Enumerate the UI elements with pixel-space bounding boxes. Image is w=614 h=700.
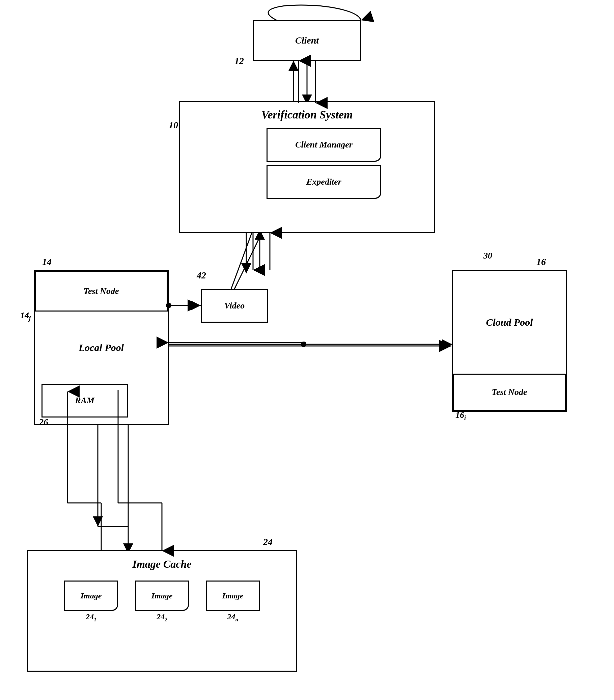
image-cache-ref: 24 [263, 537, 272, 548]
local-pool-group-ref-14: 14 [42, 257, 52, 267]
local-pool-area: Local Pool [35, 312, 168, 384]
imagen-group: Image 24n [206, 580, 260, 623]
image2-box: Image [135, 580, 189, 611]
svg-point-15 [301, 341, 306, 347]
image-cache-box: Image Cache Image 241 Image 242 Image [27, 550, 297, 672]
svg-line-12 [229, 229, 253, 293]
local-pool-label: Local Pool [79, 342, 124, 353]
ram-box: RAM [41, 384, 128, 417]
images-row: Image 241 Image 242 Image 24n [64, 580, 260, 623]
svg-point-33 [301, 341, 306, 347]
image1-ref: 241 [86, 612, 97, 623]
test-node-cloud-label: Test Node [491, 387, 527, 397]
svg-line-30 [234, 234, 261, 289]
image-cache-label: Image Cache [132, 558, 191, 571]
image1-label: Image [81, 591, 102, 600]
diagram: Client 12 Verification System Client Man… [0, 0, 614, 700]
cloud-pool-label: Cloud Pool [486, 316, 533, 328]
image2-group: Image 242 [135, 580, 189, 623]
cloud-pool-ref-16i: 16i [456, 410, 466, 422]
client-label: Client [295, 35, 319, 46]
client-manager-ref: 30 [484, 251, 492, 261]
cloud-pool-area: Cloud Pool [453, 271, 566, 374]
video-box: Video [201, 289, 268, 323]
ram-label: RAM [75, 396, 94, 406]
expediter-label: Expediter [306, 177, 342, 187]
image2-ref: 242 [156, 612, 167, 623]
client-box: Client [253, 20, 361, 61]
image1-box: Image [64, 580, 118, 611]
local-pool-group-ref-14j: 14j [20, 311, 31, 322]
imagen-ref: 24n [227, 612, 239, 623]
local-pool-group-box: Test Node Local Pool RAM [34, 270, 169, 425]
expediter-box: Expediter [267, 165, 381, 199]
client-manager-box: Client Manager [267, 128, 381, 162]
cloud-pool-box: Cloud Pool Test Node [452, 270, 567, 412]
video-ref: 42 [197, 270, 206, 281]
client-ref: 12 [234, 56, 244, 66]
image1-group: Image 241 [64, 580, 118, 623]
test-node-local-box: Test Node [35, 271, 168, 312]
ram-ref: 26 [39, 417, 48, 428]
test-node-local-label: Test Node [83, 286, 119, 296]
imagen-label: Image [222, 591, 244, 600]
vs-ref: 10 [169, 120, 178, 130]
cloud-pool-ref-16: 16 [536, 257, 546, 267]
imagen-box: Image [206, 580, 260, 611]
test-node-cloud-box: Test Node [453, 374, 566, 411]
client-manager-label: Client Manager [295, 140, 353, 150]
verification-system-label: Verification System [261, 108, 353, 121]
video-label: Video [225, 301, 245, 311]
image2-label: Image [152, 591, 173, 600]
verification-system-box: Verification System Client Manager 30 Ex… [179, 101, 435, 233]
